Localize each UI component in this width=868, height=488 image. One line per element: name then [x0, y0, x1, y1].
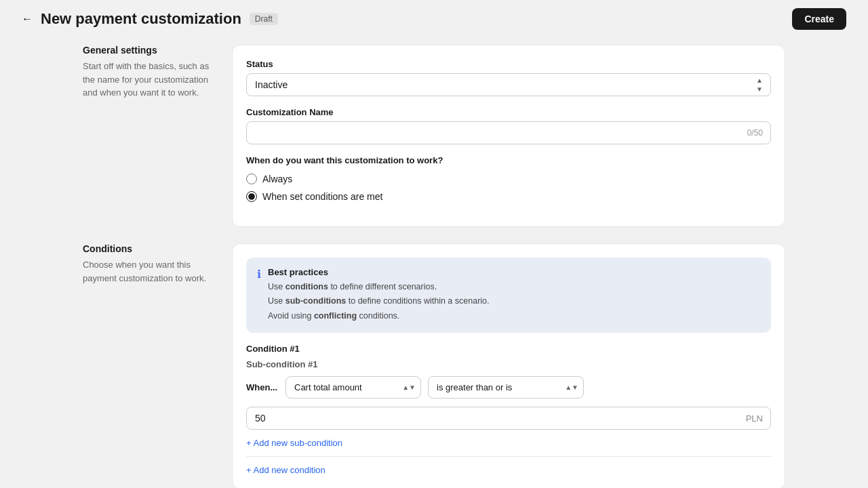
- info-line-1: Use conditions to define different scena…: [268, 280, 490, 294]
- radio-conditions[interactable]: [246, 191, 257, 202]
- general-settings-desc: Start off with the basics, such as the n…: [83, 60, 210, 100]
- draft-badge: Draft: [250, 13, 278, 25]
- conditions-label: Conditions: [83, 243, 210, 254]
- status-label: Status: [246, 59, 771, 69]
- info-line-2: Use sub-conditions to define conditions …: [268, 294, 490, 308]
- header-left: ← New payment customization Draft: [22, 10, 278, 28]
- when-group: When do you want this customization to w…: [246, 155, 771, 202]
- status-select-wrapper: Inactive Active ▲ ▼: [246, 73, 771, 96]
- value-input[interactable]: [246, 407, 771, 430]
- info-title: Best practices: [268, 267, 490, 277]
- conditions-section: Conditions Choose when you want this pay…: [61, 243, 807, 488]
- info-icon: ℹ: [257, 268, 261, 323]
- back-button[interactable]: ←: [22, 13, 33, 25]
- when-text: When...: [246, 382, 279, 392]
- back-arrow-icon: ←: [22, 13, 33, 25]
- general-settings-card: Status Inactive Active ▲ ▼ Customization…: [232, 45, 785, 227]
- general-settings-right: Status Inactive Active ▲ ▼ Customization…: [232, 45, 785, 238]
- general-settings-section: General settings Start off with the basi…: [61, 45, 807, 238]
- cart-condition-wrapper: Cart total amount Cart item count Custom…: [285, 376, 421, 399]
- value-row: PLN: [246, 407, 771, 430]
- info-content: Best practices Use conditions to define …: [268, 267, 490, 323]
- radio-group: Always When set conditions are met: [246, 174, 771, 202]
- radio-always-text: Always: [262, 174, 292, 184]
- customization-name-wrapper: 0/50: [246, 121, 771, 144]
- conditions-info-box: ℹ Best practices Use conditions to defin…: [246, 258, 771, 333]
- operator-wrapper: is greater than or is is less than is eq…: [428, 376, 584, 399]
- sub-condition-title: Sub-condition #1: [246, 359, 771, 369]
- add-sub-condition-button[interactable]: + Add new sub-condition: [246, 438, 342, 448]
- general-settings-label: General settings: [83, 45, 210, 56]
- status-group: Status Inactive Active ▲ ▼: [246, 59, 771, 96]
- customization-name-group: Customization Name 0/50: [246, 107, 771, 144]
- when-label: When do you want this customization to w…: [246, 155, 771, 165]
- page-header: ← New payment customization Draft Create: [0, 0, 868, 38]
- radio-always-label[interactable]: Always: [246, 174, 771, 184]
- conditions-card: ℹ Best practices Use conditions to defin…: [232, 243, 785, 488]
- info-line-3: Avoid using conflicting conditions.: [268, 309, 490, 323]
- divider: [246, 456, 771, 457]
- conditions-left: Conditions Choose when you want this pay…: [83, 243, 232, 488]
- status-select[interactable]: Inactive Active: [246, 73, 771, 96]
- radio-conditions-label[interactable]: When set conditions are met: [246, 191, 771, 202]
- conditions-desc: Choose when you want this payment custom…: [83, 258, 210, 285]
- radio-always[interactable]: [246, 174, 257, 184]
- general-settings-left: General settings Start off with the basi…: [83, 45, 232, 238]
- add-condition-button[interactable]: + Add new condition: [246, 465, 326, 475]
- when-row: When... Cart total amount Cart item coun…: [246, 376, 771, 399]
- operator-select[interactable]: is greater than or is is less than is eq…: [428, 376, 584, 399]
- page-title: New payment customization: [41, 10, 241, 28]
- conditions-right: ℹ Best practices Use conditions to defin…: [232, 243, 785, 488]
- char-count: 0/50: [747, 128, 763, 138]
- customization-name-input[interactable]: [246, 121, 771, 144]
- condition-title: Condition #1: [246, 344, 771, 354]
- cart-condition-select[interactable]: Cart total amount Cart item count Custom…: [285, 376, 421, 399]
- create-button[interactable]: Create: [792, 8, 846, 30]
- radio-conditions-text: When set conditions are met: [262, 191, 382, 202]
- customization-name-label: Customization Name: [246, 107, 771, 117]
